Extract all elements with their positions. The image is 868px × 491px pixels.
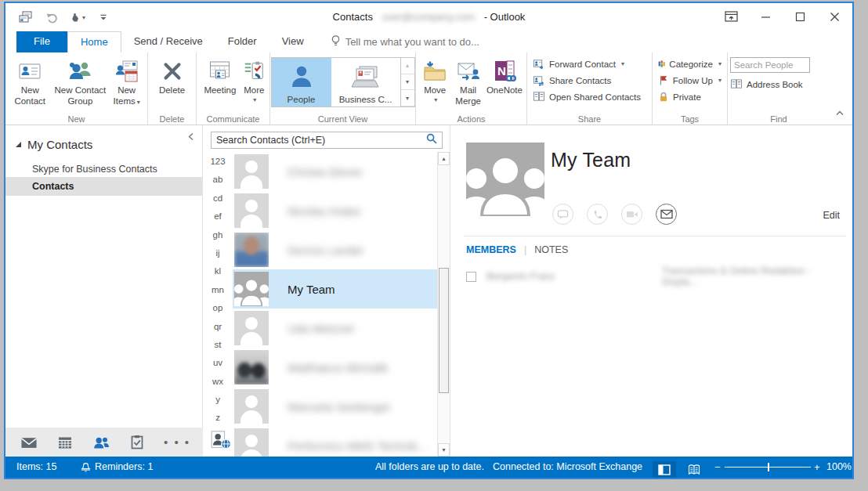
tab-notes[interactable]: NOTES <box>534 244 568 255</box>
contact-row[interactable]: Nicolas Huber <box>233 191 437 230</box>
contact-row[interactable]: Uda Metzner <box>233 309 437 348</box>
alphabet-letter[interactable]: gh <box>203 230 233 248</box>
onenote-button[interactable]: N OneNote <box>485 55 524 112</box>
address-book-button[interactable]: Address Book <box>730 76 827 92</box>
follow-up-button[interactable]: Follow Up ▾ <box>655 72 725 88</box>
maximize-button[interactable] <box>788 8 812 25</box>
ribbon-display-options-icon[interactable] <box>719 8 743 25</box>
tab-file[interactable]: File <box>16 31 67 52</box>
minimize-folder-pane-icon[interactable] <box>187 130 194 144</box>
scroll-down-button[interactable]: ▾ <box>438 443 450 457</box>
zoom-in-button[interactable]: + <box>814 461 820 473</box>
new-contact-group-icon <box>67 57 93 85</box>
alphabet-letter[interactable]: op <box>203 303 233 321</box>
share-contacts-button[interactable]: Share Contacts <box>530 72 649 88</box>
video-call-button[interactable] <box>621 204 642 225</box>
tab-home[interactable]: Home <box>67 31 121 52</box>
new-contact-button[interactable]: New Contact <box>8 55 52 112</box>
more-nav-button[interactable]: • • • <box>164 435 190 449</box>
tell-me-box[interactable]: Tell me what you want to do... <box>331 31 479 52</box>
member-checkbox[interactable] <box>466 272 476 282</box>
zoom-level[interactable]: 100% <box>826 461 852 472</box>
contact-row[interactable]: Christa Glover <box>233 152 437 191</box>
group-label-find: Find <box>728 114 830 124</box>
alphabet-letter[interactable]: cd <box>203 193 233 211</box>
alphabet-letter[interactable]: ef <box>203 211 233 229</box>
person-globe-icon[interactable] <box>211 431 232 453</box>
new-contact-group-button[interactable]: New Contact Group <box>52 55 108 112</box>
reminders-count[interactable]: Reminders: 1 <box>95 461 153 472</box>
gallery-up-button[interactable]: ▴ <box>401 58 414 74</box>
minimize-button[interactable] <box>754 8 777 25</box>
contact-name-blurred: Christa Glover <box>288 165 363 179</box>
sidebar-item-skype-contacts[interactable]: Skype for Business Contacts <box>5 160 202 179</box>
delete-button[interactable]: Delete <box>150 55 193 112</box>
zoom-out-button[interactable]: − <box>714 461 721 473</box>
alphabet-letter[interactable]: qr <box>203 322 233 340</box>
close-button[interactable] <box>823 8 846 25</box>
more-communicate-button[interactable]: More ▾ <box>241 55 267 112</box>
share-contacts-icon <box>533 74 545 86</box>
alphabet-letter[interactable]: mn <box>203 285 233 303</box>
alphabet-letter[interactable]: z <box>203 413 233 431</box>
search-people-input[interactable] <box>730 57 810 73</box>
alphabet-letter[interactable]: uv <box>203 358 233 376</box>
alphabet-letter[interactable]: wx <box>203 377 233 395</box>
open-shared-contacts-button[interactable]: Open Shared Contacts <box>530 88 649 105</box>
dropdown-caret: ▾ <box>718 60 722 67</box>
contact-row-selected[interactable]: My Team <box>233 269 437 309</box>
move-button[interactable]: Move ▾ <box>418 55 451 112</box>
member-row[interactable]: Benjamin Franz Transactions & Online Red… <box>466 271 837 282</box>
new-items-icon <box>114 57 139 85</box>
normal-view-button[interactable] <box>653 461 676 478</box>
sidebar-item-contacts[interactable]: Contacts <box>5 177 202 196</box>
collapse-ribbon-button[interactable] <box>835 106 844 120</box>
my-contacts-header[interactable]: My Contacts <box>15 138 92 151</box>
search-icon[interactable] <box>421 133 442 147</box>
ribbon-group-delete: Delete Delete <box>148 52 197 125</box>
contact-list-scrollbar[interactable]: ▴ ▾ <box>437 152 450 457</box>
edit-link[interactable]: Edit <box>823 210 840 221</box>
member-info-blurred: Transactions & Online Redaktion - Displa… <box>662 265 837 287</box>
scroll-up-button[interactable]: ▴ <box>438 152 450 165</box>
contact-row[interactable]: Performics MMS Technik... <box>233 426 437 457</box>
scrollbar-thumb[interactable] <box>439 268 449 393</box>
contact-row[interactable]: Matthaeus Michalik <box>233 348 437 387</box>
meeting-button[interactable]: Meeting <box>199 55 241 112</box>
alphabet-letter[interactable]: y <box>203 395 233 413</box>
alphabet-letter[interactable]: ab <box>203 175 233 193</box>
gallery-more-button[interactable]: ▾ <box>401 90 414 107</box>
alphabet-letter[interactable]: st <box>203 340 233 358</box>
call-button[interactable] <box>587 204 608 225</box>
email-button[interactable] <box>656 204 677 225</box>
mail-nav-icon[interactable] <box>20 435 38 449</box>
forward-contact-button[interactable]: Forward Contact ▾ <box>530 56 649 72</box>
categorize-button[interactable]: Categorize ▾ <box>655 56 725 72</box>
tab-members[interactable]: MEMBERS <box>466 244 516 255</box>
tab-separator: | <box>524 244 526 255</box>
view-people-button[interactable]: People <box>272 58 331 107</box>
im-chat-button[interactable] <box>552 204 573 225</box>
zoom-slider-handle[interactable] <box>768 463 769 471</box>
alphabet-letter[interactable]: 123 <box>203 157 233 175</box>
contact-row[interactable]: Dennis Lander <box>233 230 437 269</box>
contact-row[interactable]: Manuela Seeberger <box>233 387 437 426</box>
mail-merge-button[interactable]: Mail Merge <box>451 55 484 112</box>
reading-view-button[interactable] <box>682 461 706 478</box>
alphabet-letter[interactable]: kl <box>203 266 233 284</box>
calendar-nav-icon[interactable] <box>56 435 74 449</box>
private-button[interactable]: Private <box>655 88 725 105</box>
gallery-down-button[interactable]: ▾ <box>401 74 414 91</box>
tasks-nav-icon[interactable] <box>128 435 146 449</box>
new-items-button[interactable]: New Items▾ <box>108 55 145 112</box>
tab-folder[interactable]: Folder <box>215 31 269 52</box>
people-nav-icon[interactable] <box>92 435 110 449</box>
tab-send-receive[interactable]: Send / Receive <box>121 31 215 52</box>
search-contacts-input[interactable] <box>212 135 421 146</box>
tab-view[interactable]: View <box>269 31 316 52</box>
view-business-card-button[interactable]: Business C... <box>331 58 400 107</box>
alphabet-letter[interactable]: ij <box>203 248 233 266</box>
items-count[interactable]: Items: 15 <box>16 461 56 472</box>
search-contacts-box[interactable] <box>211 132 443 149</box>
zoom-slider[interactable] <box>725 467 811 468</box>
